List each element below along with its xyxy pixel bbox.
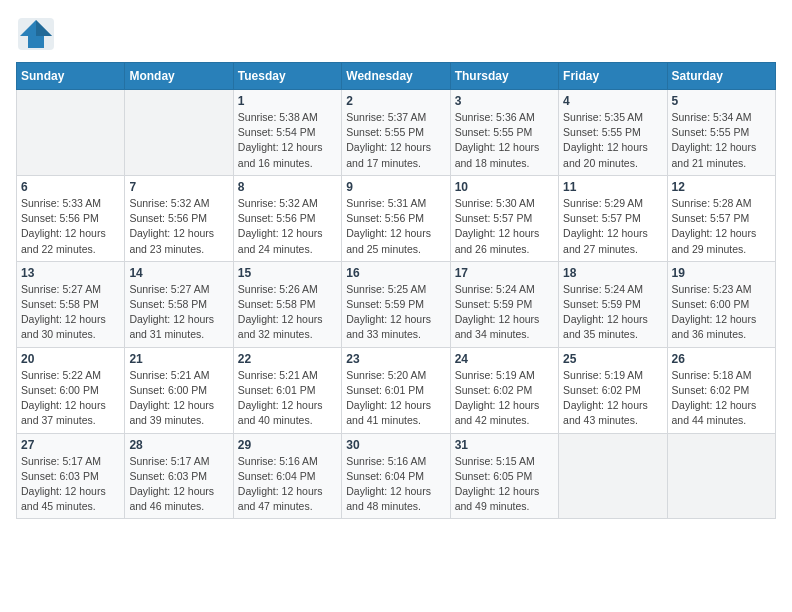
day-number: 12	[672, 180, 771, 194]
weekday-header-friday: Friday	[559, 63, 667, 90]
day-number: 30	[346, 438, 445, 452]
calendar-cell: 21Sunrise: 5:21 AMSunset: 6:00 PMDayligh…	[125, 347, 233, 433]
day-number: 11	[563, 180, 662, 194]
day-detail: Sunrise: 5:24 AMSunset: 5:59 PMDaylight:…	[563, 282, 662, 343]
day-number: 18	[563, 266, 662, 280]
day-number: 16	[346, 266, 445, 280]
calendar-cell: 11Sunrise: 5:29 AMSunset: 5:57 PMDayligh…	[559, 175, 667, 261]
day-number: 22	[238, 352, 337, 366]
calendar-cell: 30Sunrise: 5:16 AMSunset: 6:04 PMDayligh…	[342, 433, 450, 519]
day-detail: Sunrise: 5:32 AMSunset: 5:56 PMDaylight:…	[238, 196, 337, 257]
day-detail: Sunrise: 5:24 AMSunset: 5:59 PMDaylight:…	[455, 282, 554, 343]
day-detail: Sunrise: 5:22 AMSunset: 6:00 PMDaylight:…	[21, 368, 120, 429]
day-detail: Sunrise: 5:28 AMSunset: 5:57 PMDaylight:…	[672, 196, 771, 257]
calendar-cell	[667, 433, 775, 519]
day-number: 24	[455, 352, 554, 366]
calendar-cell: 14Sunrise: 5:27 AMSunset: 5:58 PMDayligh…	[125, 261, 233, 347]
calendar-cell: 16Sunrise: 5:25 AMSunset: 5:59 PMDayligh…	[342, 261, 450, 347]
day-number: 7	[129, 180, 228, 194]
day-detail: Sunrise: 5:18 AMSunset: 6:02 PMDaylight:…	[672, 368, 771, 429]
day-number: 15	[238, 266, 337, 280]
calendar-cell: 23Sunrise: 5:20 AMSunset: 6:01 PMDayligh…	[342, 347, 450, 433]
calendar-cell: 6Sunrise: 5:33 AMSunset: 5:56 PMDaylight…	[17, 175, 125, 261]
day-number: 28	[129, 438, 228, 452]
day-detail: Sunrise: 5:32 AMSunset: 5:56 PMDaylight:…	[129, 196, 228, 257]
day-detail: Sunrise: 5:15 AMSunset: 6:05 PMDaylight:…	[455, 454, 554, 515]
day-number: 19	[672, 266, 771, 280]
calendar-cell: 13Sunrise: 5:27 AMSunset: 5:58 PMDayligh…	[17, 261, 125, 347]
day-detail: Sunrise: 5:26 AMSunset: 5:58 PMDaylight:…	[238, 282, 337, 343]
day-detail: Sunrise: 5:38 AMSunset: 5:54 PMDaylight:…	[238, 110, 337, 171]
day-detail: Sunrise: 5:36 AMSunset: 5:55 PMDaylight:…	[455, 110, 554, 171]
logo	[16, 16, 60, 52]
day-number: 8	[238, 180, 337, 194]
day-detail: Sunrise: 5:17 AMSunset: 6:03 PMDaylight:…	[21, 454, 120, 515]
day-detail: Sunrise: 5:23 AMSunset: 6:00 PMDaylight:…	[672, 282, 771, 343]
day-number: 13	[21, 266, 120, 280]
day-number: 4	[563, 94, 662, 108]
calendar-cell: 8Sunrise: 5:32 AMSunset: 5:56 PMDaylight…	[233, 175, 341, 261]
calendar-cell: 9Sunrise: 5:31 AMSunset: 5:56 PMDaylight…	[342, 175, 450, 261]
day-number: 31	[455, 438, 554, 452]
day-detail: Sunrise: 5:16 AMSunset: 6:04 PMDaylight:…	[346, 454, 445, 515]
day-detail: Sunrise: 5:19 AMSunset: 6:02 PMDaylight:…	[563, 368, 662, 429]
day-detail: Sunrise: 5:21 AMSunset: 6:01 PMDaylight:…	[238, 368, 337, 429]
day-detail: Sunrise: 5:35 AMSunset: 5:55 PMDaylight:…	[563, 110, 662, 171]
calendar-cell	[17, 90, 125, 176]
calendar-cell: 3Sunrise: 5:36 AMSunset: 5:55 PMDaylight…	[450, 90, 558, 176]
day-detail: Sunrise: 5:31 AMSunset: 5:56 PMDaylight:…	[346, 196, 445, 257]
calendar-cell: 4Sunrise: 5:35 AMSunset: 5:55 PMDaylight…	[559, 90, 667, 176]
day-number: 26	[672, 352, 771, 366]
weekday-header-wednesday: Wednesday	[342, 63, 450, 90]
day-detail: Sunrise: 5:27 AMSunset: 5:58 PMDaylight:…	[21, 282, 120, 343]
day-detail: Sunrise: 5:21 AMSunset: 6:00 PMDaylight:…	[129, 368, 228, 429]
calendar-cell	[125, 90, 233, 176]
day-detail: Sunrise: 5:27 AMSunset: 5:58 PMDaylight:…	[129, 282, 228, 343]
day-number: 9	[346, 180, 445, 194]
calendar-cell: 20Sunrise: 5:22 AMSunset: 6:00 PMDayligh…	[17, 347, 125, 433]
day-number: 25	[563, 352, 662, 366]
calendar-cell: 26Sunrise: 5:18 AMSunset: 6:02 PMDayligh…	[667, 347, 775, 433]
day-detail: Sunrise: 5:17 AMSunset: 6:03 PMDaylight:…	[129, 454, 228, 515]
day-number: 29	[238, 438, 337, 452]
day-detail: Sunrise: 5:20 AMSunset: 6:01 PMDaylight:…	[346, 368, 445, 429]
calendar-cell	[559, 433, 667, 519]
weekday-header-monday: Monday	[125, 63, 233, 90]
calendar-cell: 5Sunrise: 5:34 AMSunset: 5:55 PMDaylight…	[667, 90, 775, 176]
day-number: 23	[346, 352, 445, 366]
day-number: 17	[455, 266, 554, 280]
day-number: 27	[21, 438, 120, 452]
calendar-cell: 1Sunrise: 5:38 AMSunset: 5:54 PMDaylight…	[233, 90, 341, 176]
calendar-cell: 10Sunrise: 5:30 AMSunset: 5:57 PMDayligh…	[450, 175, 558, 261]
day-detail: Sunrise: 5:19 AMSunset: 6:02 PMDaylight:…	[455, 368, 554, 429]
day-number: 3	[455, 94, 554, 108]
calendar-cell: 31Sunrise: 5:15 AMSunset: 6:05 PMDayligh…	[450, 433, 558, 519]
weekday-header-tuesday: Tuesday	[233, 63, 341, 90]
calendar-cell: 19Sunrise: 5:23 AMSunset: 6:00 PMDayligh…	[667, 261, 775, 347]
day-number: 1	[238, 94, 337, 108]
calendar-table: SundayMondayTuesdayWednesdayThursdayFrid…	[16, 62, 776, 519]
day-detail: Sunrise: 5:25 AMSunset: 5:59 PMDaylight:…	[346, 282, 445, 343]
day-number: 21	[129, 352, 228, 366]
day-number: 5	[672, 94, 771, 108]
day-number: 14	[129, 266, 228, 280]
calendar-cell: 22Sunrise: 5:21 AMSunset: 6:01 PMDayligh…	[233, 347, 341, 433]
day-detail: Sunrise: 5:34 AMSunset: 5:55 PMDaylight:…	[672, 110, 771, 171]
weekday-header-thursday: Thursday	[450, 63, 558, 90]
day-detail: Sunrise: 5:30 AMSunset: 5:57 PMDaylight:…	[455, 196, 554, 257]
calendar-cell: 28Sunrise: 5:17 AMSunset: 6:03 PMDayligh…	[125, 433, 233, 519]
day-detail: Sunrise: 5:16 AMSunset: 6:04 PMDaylight:…	[238, 454, 337, 515]
calendar-cell: 12Sunrise: 5:28 AMSunset: 5:57 PMDayligh…	[667, 175, 775, 261]
calendar-cell: 24Sunrise: 5:19 AMSunset: 6:02 PMDayligh…	[450, 347, 558, 433]
logo-icon	[16, 16, 56, 52]
calendar-cell: 18Sunrise: 5:24 AMSunset: 5:59 PMDayligh…	[559, 261, 667, 347]
day-detail: Sunrise: 5:37 AMSunset: 5:55 PMDaylight:…	[346, 110, 445, 171]
day-number: 10	[455, 180, 554, 194]
day-number: 6	[21, 180, 120, 194]
calendar-cell: 7Sunrise: 5:32 AMSunset: 5:56 PMDaylight…	[125, 175, 233, 261]
calendar-cell: 25Sunrise: 5:19 AMSunset: 6:02 PMDayligh…	[559, 347, 667, 433]
day-detail: Sunrise: 5:29 AMSunset: 5:57 PMDaylight:…	[563, 196, 662, 257]
calendar-cell: 15Sunrise: 5:26 AMSunset: 5:58 PMDayligh…	[233, 261, 341, 347]
calendar-cell: 17Sunrise: 5:24 AMSunset: 5:59 PMDayligh…	[450, 261, 558, 347]
calendar-cell: 29Sunrise: 5:16 AMSunset: 6:04 PMDayligh…	[233, 433, 341, 519]
